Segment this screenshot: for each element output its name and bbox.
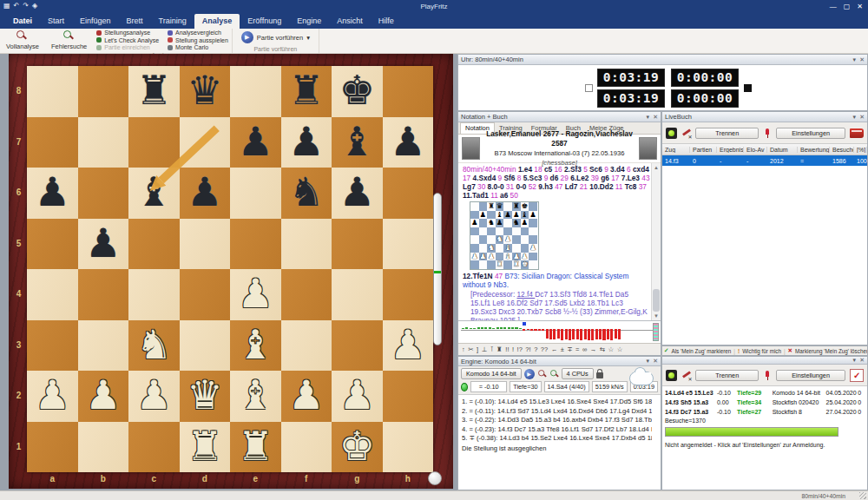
square-c8[interactable] [128, 66, 180, 117]
lets-check-row[interactable]: 14.f3 Dc7 15.a3-0.10Tiefe=27Stockfish 82… [665, 407, 865, 417]
square-b6[interactable] [78, 168, 129, 219]
square-c1[interactable] [128, 422, 180, 473]
square-g8[interactable] [332, 66, 383, 117]
annotation-icon-7[interactable]: ! [512, 345, 514, 353]
engine-line-4[interactable]: 4. = (-0.23): 14.f3 Dc7 15.a3 Tfe8 16.Lf… [462, 425, 652, 435]
menu-tab-ansicht[interactable]: Ansicht [329, 14, 371, 29]
annotation-icon-20[interactable]: ☆ [617, 345, 623, 353]
ribbon-item-let-s-check-analyse[interactable]: Let's Check Analyse [96, 37, 159, 44]
pin-icon[interactable] [763, 128, 772, 138]
square-e8[interactable] [230, 66, 281, 117]
quick-icon-1[interactable]: ↶ [14, 0, 20, 12]
pane-close-icon[interactable]: ✕ [653, 358, 658, 365]
square-b3[interactable] [78, 320, 129, 372]
my-move-action-2[interactable]: Markierung 'Mein Zug' löschen [795, 348, 868, 354]
square-f3[interactable] [281, 320, 332, 372]
annotation-icon-17[interactable]: → [590, 345, 597, 353]
square-g3[interactable] [332, 320, 383, 372]
square-b4[interactable] [78, 269, 129, 320]
annotation-icon-6[interactable]: !! [505, 345, 509, 353]
einstellungen-button[interactable]: Einstellungen [776, 128, 845, 139]
menu-tab-einfügen[interactable]: Einfügen [72, 14, 119, 29]
square-c4[interactable] [128, 269, 180, 320]
column-header-elo-av[interactable]: Elo-Av [744, 147, 767, 153]
pane-menu-icon[interactable]: ▾ [853, 56, 857, 63]
menu-tab-start[interactable]: Start [40, 14, 72, 29]
square-d8[interactable] [180, 66, 231, 117]
engine-line-3[interactable]: 3. = (-0.22): 14.Dd3 Da5 15.a3 b4 16.axb… [462, 416, 652, 425]
pin-icon[interactable] [763, 370, 772, 380]
annotation-icon-8[interactable]: !? [517, 345, 523, 353]
square-d7[interactable] [180, 117, 231, 168]
square-a8[interactable] [27, 66, 78, 117]
square-b8[interactable] [78, 66, 129, 117]
square-e6[interactable] [230, 168, 281, 219]
pane-menu-icon[interactable]: ▾ [853, 357, 857, 364]
square-a2[interactable] [27, 371, 78, 422]
ribbon-item-stellung-ausspielen[interactable]: Stellung ausspielen [168, 37, 228, 44]
lets-check-row[interactable]: 14.f3 Sh5 15.a30.00Tiefe=34Stockfish 020… [665, 398, 865, 407]
quick-access-toolbar[interactable]: ▦↶↷◈ [3, 0, 37, 12]
annotation-icon-16[interactable]: ∞ [582, 345, 587, 353]
annotation-icon-11[interactable]: ?? [541, 345, 548, 353]
engine-line-1[interactable]: 1. = (-0.10): 14.Ld4 e5 15.Le3 Lxe4 16.S… [462, 398, 652, 407]
column-header-ergebnis[interactable]: Ergebnis [717, 147, 744, 153]
check-icon[interactable]: ✓ [850, 369, 864, 382]
square-h3[interactable] [383, 320, 434, 372]
square-d4[interactable] [180, 269, 231, 320]
square-a7[interactable] [27, 117, 78, 168]
pane-menu-icon[interactable]: ▾ [853, 114, 857, 121]
square-c3[interactable] [128, 320, 180, 372]
menu-tab-datei[interactable]: Datei [5, 14, 40, 29]
cpus-button[interactable]: 4 CPUs [562, 368, 594, 379]
board-corner-button[interactable] [428, 471, 442, 485]
square-g4[interactable] [332, 269, 383, 320]
minimize-icon[interactable]: — [830, 3, 837, 10]
column-header-partien[interactable]: Partien [690, 147, 717, 153]
trennen-button[interactable]: Trennen [695, 370, 759, 381]
engine-line-5[interactable]: 5. ∓ (-0.38): 14.Ld3 b4 15.Se2 Lxe4 16.L… [462, 434, 652, 444]
square-h2[interactable] [383, 371, 434, 422]
engine-name-button[interactable]: Komodo 14 64-bit [461, 368, 522, 379]
resize-grip[interactable] [859, 492, 866, 499]
annotation-icon-18[interactable]: ⇆ [600, 345, 605, 353]
square-d1[interactable] [180, 422, 231, 473]
square-b1[interactable] [78, 422, 129, 473]
pane-close-icon[interactable]: ✕ [859, 357, 865, 364]
quick-icon-3[interactable]: ◈ [32, 0, 37, 12]
window-controls[interactable]: —▢✕ [830, 3, 863, 10]
square-e1[interactable] [230, 422, 281, 473]
square-e7[interactable] [230, 117, 281, 168]
no-annotate-icon[interactable] [681, 128, 692, 138]
book-icon[interactable] [850, 128, 864, 138]
square-h8[interactable] [383, 66, 434, 117]
square-f4[interactable] [281, 269, 332, 320]
square-d5[interactable] [180, 219, 231, 270]
my-move-action-0[interactable]: Als 'Mein Zug' markieren [671, 348, 731, 354]
livebook-selected-row[interactable]: 14.f30--2012=1586100 [662, 155, 867, 166]
ribbon-item-monte-carlo[interactable]: Monte Carlo [168, 44, 228, 51]
square-a3[interactable] [27, 320, 78, 372]
square-h4[interactable] [383, 269, 434, 320]
square-g6[interactable] [332, 168, 383, 219]
lock-icon[interactable] [596, 372, 603, 378]
square-a1[interactable] [27, 422, 78, 473]
annotation-icon-19[interactable]: ☆ [608, 345, 615, 353]
square-g1[interactable] [332, 422, 383, 473]
square-b5[interactable] [78, 219, 129, 270]
annotation-icon-2[interactable]: ] [477, 345, 478, 353]
square-a4[interactable] [27, 269, 78, 320]
square-g2[interactable] [332, 371, 383, 422]
ribbon-item-analysevergleich[interactable]: Analysevergleich [168, 30, 228, 36]
maximize-icon[interactable]: ▢ [844, 3, 851, 10]
square-e4[interactable] [230, 269, 281, 320]
column-header-bewertung[interactable]: Bewertung [798, 147, 830, 153]
square-b7[interactable] [78, 117, 129, 168]
annotation-icon-3[interactable]: ⊥ [482, 345, 488, 353]
pane-menu-icon[interactable]: ▾ [647, 358, 650, 365]
square-d3[interactable] [180, 320, 231, 372]
square-h6[interactable] [383, 168, 434, 219]
annotation-icon-0[interactable]: ↑ [462, 345, 465, 353]
ribbon-item-stellungsanalyse[interactable]: Stellungsanalyse [96, 30, 159, 36]
annotation-icon-5[interactable]: ♜ [496, 345, 503, 353]
